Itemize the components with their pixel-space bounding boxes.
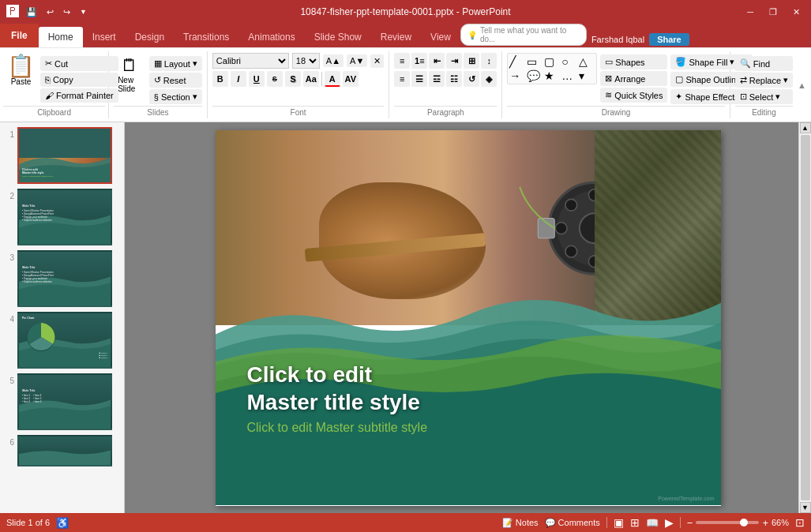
fit-slide-button[interactable]: ⊡: [795, 516, 805, 529]
bold-button[interactable]: B: [212, 71, 228, 87]
increase-font-button[interactable]: A▲: [323, 54, 344, 67]
zoom-in-button[interactable]: +: [762, 517, 768, 529]
italic-button[interactable]: I: [231, 71, 246, 87]
tab-transitions[interactable]: Transitions: [174, 27, 238, 47]
align-center-button[interactable]: ☰: [411, 71, 427, 87]
qat-save[interactable]: 💾: [24, 7, 39, 17]
tab-view[interactable]: View: [421, 27, 460, 47]
align-left-button[interactable]: ≡: [394, 71, 410, 87]
smartart-button[interactable]: ◈: [481, 71, 497, 87]
copy-button[interactable]: ⎘ Copy: [40, 73, 118, 87]
arrange-button[interactable]: ⊠ Arrange: [600, 71, 667, 86]
find-button[interactable]: 🔍 Find: [735, 56, 793, 71]
shapes-button[interactable]: ▭ Shapes: [600, 54, 667, 69]
normal-view-button[interactable]: ▣: [614, 516, 624, 529]
zoom-slider[interactable]: [696, 521, 759, 524]
comments-button[interactable]: 💬 Comments: [545, 518, 600, 528]
slideshow-button[interactable]: ▶: [665, 516, 674, 529]
cut-button[interactable]: ✂ Cut: [40, 56, 118, 71]
bullets-button[interactable]: ≡: [394, 53, 410, 69]
qat-redo[interactable]: ↪: [61, 7, 73, 17]
shape-arrow[interactable]: →: [509, 69, 525, 82]
slide-subtitle[interactable]: Click to edit Master subtitle style: [247, 421, 428, 435]
slide-thumb-5[interactable]: 5 Slide Title • Item 1• Item 2• Item 3 •…: [3, 373, 121, 430]
slide-sorter-button[interactable]: ⊞: [630, 516, 640, 529]
shape-triangle[interactable]: △: [579, 55, 595, 68]
line-spacing-button[interactable]: ↕: [481, 53, 497, 69]
slide-thumb-3[interactable]: 3 Slide Title • Some Effective Presentat…: [3, 250, 121, 307]
align-right-button[interactable]: ☲: [429, 71, 445, 87]
layout-button[interactable]: ▦ Layout ▾: [149, 56, 202, 71]
replace-button[interactable]: ⇄ Replace ▾: [735, 73, 793, 88]
font-color-button[interactable]: A: [325, 71, 340, 87]
paste-button[interactable]: 📋 Paste: [3, 53, 39, 88]
numbering-button[interactable]: 1≡: [411, 53, 427, 69]
share-button[interactable]: Share: [649, 33, 689, 46]
reset-button[interactable]: ↺ Reset: [149, 73, 202, 88]
shape-callout[interactable]: 💬: [527, 69, 543, 82]
shape-star[interactable]: ★: [544, 69, 560, 82]
columns-button[interactable]: ⊞: [464, 53, 479, 69]
shape-circle[interactable]: ○: [561, 55, 577, 68]
scroll-up-button[interactable]: ▲: [800, 122, 811, 133]
group-clipboard: 📋 Paste ✂ Cut ⎘ Copy 🖌 Format Painter Cl…: [0, 51, 109, 118]
slide-img-4[interactable]: Pie Chart ■ Label 1 ■ Label 2 ■ Label 3: [17, 312, 112, 369]
slide-thumb-2[interactable]: 2 Slide Title • Some Effective Presentat…: [3, 189, 121, 245]
notes-button[interactable]: 📝 Notes: [502, 518, 539, 528]
slide-title-area[interactable]: Click to edit Master title style Click t…: [247, 361, 428, 435]
quick-styles-button[interactable]: ≋ Quick Styles: [600, 88, 667, 103]
tab-home[interactable]: Home: [39, 27, 83, 47]
tell-me-box[interactable]: 💡 Tell me what you want to do...: [460, 24, 587, 46]
vertical-scrollbar[interactable]: ▲ ▼: [798, 122, 811, 513]
clear-format-button[interactable]: ✕: [370, 54, 384, 68]
format-painter-button[interactable]: 🖌 Format Painter: [40, 88, 118, 103]
shape-line[interactable]: ╱: [509, 55, 525, 68]
collapse-ribbon-button[interactable]: ▲: [798, 81, 806, 90]
tab-review[interactable]: Review: [371, 27, 421, 47]
shapes-down[interactable]: ▾: [579, 69, 595, 82]
scroll-down-button[interactable]: ▼: [800, 502, 811, 513]
slide-thumb-4[interactable]: 4 Pie Chart ■ Label 1 ■ Label 2 ■ Label …: [3, 312, 121, 369]
slide-img-3[interactable]: Slide Title • Some Effective Presentatio…: [17, 250, 112, 307]
decrease-indent-button[interactable]: ⇤: [429, 53, 445, 69]
tab-insert[interactable]: Insert: [83, 27, 126, 47]
editing-inner: 🔍 Find ⇄ Replace ▾ ⊡ Select ▾: [735, 53, 793, 104]
font-label: Font: [212, 106, 384, 117]
restore-button[interactable]: ❐: [764, 6, 782, 19]
text-direction-button[interactable]: ↺: [464, 71, 479, 87]
change-case-button[interactable]: Aa: [303, 71, 319, 87]
main-slide-canvas[interactable]: Click to edit Master title style Click t…: [216, 130, 721, 506]
increase-indent-button[interactable]: ⇥: [446, 53, 462, 69]
qat-customize[interactable]: ▼: [77, 8, 89, 16]
font-size-select[interactable]: 18: [292, 53, 320, 69]
shape-more[interactable]: …: [561, 69, 577, 82]
slide-thumb-1[interactable]: 1 Click to edit Master title style Click…: [3, 127, 121, 184]
font-name-select[interactable]: Calibri: [212, 53, 289, 69]
minimize-button[interactable]: ─: [742, 6, 758, 18]
text-shadow-button[interactable]: S: [285, 71, 301, 87]
select-button[interactable]: ⊡ Select ▾: [735, 89, 793, 104]
new-slide-button[interactable]: 🗒 New Slide: [114, 53, 146, 96]
slide-thumb-6[interactable]: 6: [3, 435, 121, 466]
zoom-out-button[interactable]: −: [687, 517, 693, 529]
tab-file[interactable]: File: [0, 24, 39, 47]
slide-img-6[interactable]: [17, 435, 112, 466]
decrease-font-button[interactable]: A▼: [347, 54, 367, 67]
accessibility-icon[interactable]: ♿: [56, 517, 69, 529]
slide-img-2[interactable]: Slide Title • Some Effective Presentatio…: [17, 189, 112, 245]
section-button[interactable]: § Section ▾: [149, 89, 202, 104]
justify-button[interactable]: ☷: [446, 71, 462, 87]
shape-rect[interactable]: ▭: [527, 55, 543, 68]
tab-slideshow[interactable]: Slide Show: [305, 27, 371, 47]
tab-design[interactable]: Design: [126, 27, 174, 47]
slide-img-5[interactable]: Slide Title • Item 1• Item 2• Item 3 • I…: [17, 373, 112, 430]
shape-rounded-rect[interactable]: ▢: [544, 55, 560, 68]
underline-button[interactable]: U: [249, 71, 265, 87]
qat-undo[interactable]: ↩: [44, 7, 56, 17]
close-button[interactable]: ✕: [788, 6, 805, 19]
strikethrough-button[interactable]: S: [267, 71, 283, 87]
character-spacing-button[interactable]: AV: [343, 71, 359, 87]
reading-view-button[interactable]: 📖: [646, 517, 659, 529]
slide-img-1[interactable]: Click to edit Master title style Click t…: [17, 127, 112, 184]
tab-animations[interactable]: Animations: [238, 27, 304, 47]
